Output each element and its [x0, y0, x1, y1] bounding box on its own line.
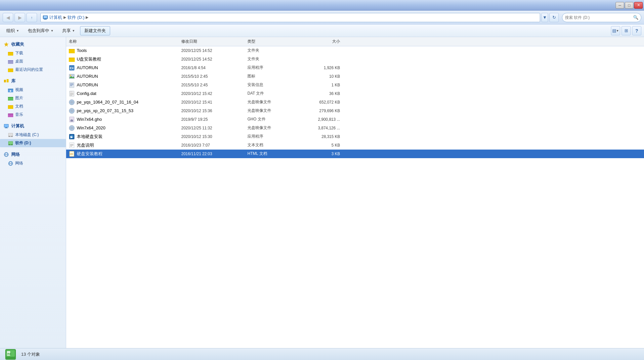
- file-date: 2020/10/12 15:42: [181, 91, 247, 96]
- col-type-header[interactable]: 类型: [247, 39, 300, 44]
- view-arrow: ▼: [616, 29, 619, 32]
- maximize-button[interactable]: □: [625, 2, 633, 9]
- breadcrumb[interactable]: 计算机 ▶ 软件 (D:) ▶: [40, 13, 540, 22]
- table-row[interactable]: ▶ 本地硬盘安装 2020/10/12 15:30 应用程序 28,315 KB: [66, 132, 644, 141]
- close-button[interactable]: ✕: [634, 2, 643, 9]
- address-refresh[interactable]: ↻: [549, 13, 559, 22]
- table-row[interactable]: pe_yqs_xp_20_07_31_15_53 2020/10/12 15:3…: [66, 107, 644, 115]
- table-row[interactable]: U盘安装教程 2020/12/25 14:52 文件夹: [66, 55, 644, 64]
- file-rows-container: Tools 2020/12/25 14:52 文件夹 U盘安装教程 2020/1…: [66, 46, 644, 158]
- share-button[interactable]: 共享 ▼: [59, 26, 79, 35]
- sidebar-item-music-label: 音乐: [15, 112, 23, 117]
- file-icon: [69, 56, 75, 62]
- table-row[interactable]: 光盘说明 2016/10/23 7:07 文本文档 5 KB: [66, 141, 644, 150]
- svg-rect-9: [8, 61, 13, 64]
- sidebar-item-video[interactable]: 视频: [0, 86, 66, 94]
- table-row[interactable]: AUTORUN 2015/5/10 2:45 安装信息 1 KB: [66, 81, 644, 89]
- file-date: 2020/10/12 15:41: [181, 100, 247, 105]
- sidebar-item-drive-c[interactable]: 本地磁盘 (C:): [0, 131, 66, 139]
- table-row[interactable]: Config.dat 2020/10/12 15:42 DAT 文件 36 KB: [66, 89, 644, 98]
- sidebar-item-video-label: 视频: [15, 87, 23, 93]
- col-date-header[interactable]: 修改日期: [181, 39, 247, 44]
- file-name-label: 光盘说明: [77, 142, 94, 148]
- table-row[interactable]: </> 硬盘安装教程 2016/11/21 22:03 HTML 文档 3 KB: [66, 150, 644, 158]
- file-name-cell: pe_yqs_xp_20_07_31_15_53: [69, 108, 181, 114]
- col-date-label: 修改日期: [181, 39, 197, 44]
- forward-button[interactable]: ▶: [15, 13, 25, 22]
- sidebar-item-drive-d-label: 软件 (D:): [15, 140, 31, 146]
- file-icon: [69, 116, 75, 122]
- svg-rect-3: [44, 19, 47, 20]
- col-name-header[interactable]: 名称: [69, 39, 181, 44]
- sidebar-item-music[interactable]: 音乐: [0, 111, 66, 119]
- breadcrumb-drive[interactable]: 软件 (D:): [67, 15, 84, 21]
- svg-rect-24: [4, 124, 8, 127]
- col-type-label: 类型: [247, 39, 255, 44]
- organize-button[interactable]: 组织 ▼: [3, 26, 23, 35]
- sidebar-item-download[interactable]: 下载: [0, 49, 66, 57]
- sidebar-header-network[interactable]: 网络: [0, 150, 66, 159]
- minimize-button[interactable]: ─: [616, 2, 624, 9]
- sidebar-item-drive-d[interactable]: 软件 (D:): [0, 139, 66, 147]
- svg-rect-1: [44, 16, 47, 18]
- file-name-label: pe_yqs_1064_20_07_31_16_04: [77, 100, 139, 105]
- file-icon: </>: [69, 151, 75, 157]
- file-type: 应用程序: [247, 134, 300, 139]
- breadcrumb-computer[interactable]: 计算机: [49, 15, 62, 21]
- sidebar-favorites-label: 收藏夹: [11, 41, 24, 47]
- help-button[interactable]: ?: [632, 26, 641, 35]
- table-row[interactable]: Win7x64_2020 2020/12/25 11:32 光盘映像文件 3,8…: [66, 124, 644, 132]
- computer-icon: [43, 15, 48, 20]
- file-type: DAT 文件: [247, 91, 300, 96]
- titlebar-buttons: ─ □ ✕: [616, 2, 643, 9]
- breadcrumb-sep-2: ▶: [86, 15, 88, 20]
- file-icon: EX: [69, 65, 75, 71]
- search-input[interactable]: [565, 15, 632, 20]
- address-dropdown[interactable]: ▼: [541, 13, 548, 22]
- sidebar: 收藏夹 下载 桌面: [0, 37, 66, 348]
- svg-point-50: [70, 75, 71, 76]
- col-size-header[interactable]: 大小: [300, 39, 340, 44]
- back-button[interactable]: ◀: [3, 13, 13, 22]
- file-name-label: Win7x64_2020: [77, 125, 106, 130]
- file-icon: [69, 91, 75, 97]
- table-row[interactable]: AUTORUN 2015/5/10 2:45 图标 10 KB: [66, 72, 644, 81]
- sidebar-header-libraries[interactable]: 库: [0, 76, 66, 86]
- svg-rect-22: [8, 114, 13, 117]
- table-row[interactable]: Win7x64.gho 2019/9/7 19:25 GHO 文件 2,900,…: [66, 115, 644, 124]
- svg-point-30: [12, 136, 13, 137]
- view-button[interactable]: ▤ ▼: [611, 26, 620, 35]
- file-type: 图标: [247, 73, 300, 79]
- file-name-cell: Win7x64.gho: [69, 116, 181, 122]
- sidebar-header-computer[interactable]: 计算机: [0, 121, 66, 131]
- status-app-icon: RE: [4, 348, 17, 360]
- table-row[interactable]: pe_yqs_1064_20_07_31_16_04 2020/10/12 15…: [66, 98, 644, 107]
- file-name-label: U盘安装教程: [77, 56, 101, 62]
- svg-rect-6: [8, 53, 13, 56]
- svg-text:▶: ▶: [70, 135, 73, 139]
- file-name-label: AUTORUN: [77, 74, 98, 79]
- svg-rect-12: [4, 80, 6, 82]
- svg-rect-57: [70, 91, 72, 92]
- breadcrumb-label-computer: 计算机: [49, 15, 62, 21]
- up-button[interactable]: ↑: [26, 13, 37, 22]
- file-size: 28,315 KB: [300, 134, 340, 139]
- sidebar-item-recent[interactable]: 最近访问的位置: [0, 66, 66, 74]
- svg-rect-20: [8, 106, 13, 109]
- table-row[interactable]: EX AUTORUN 2016/1/8 4:54 应用程序 1,926 KB: [66, 64, 644, 72]
- file-size: 3 KB: [300, 152, 340, 156]
- sidebar-item-document[interactable]: 文档: [0, 102, 66, 111]
- include-button[interactable]: 包含到库中 ▼: [24, 26, 57, 35]
- table-row[interactable]: Tools 2020/12/25 14:52 文件夹: [66, 46, 644, 55]
- navbar: ◀ ▶ ↑ 计算机 ▶ 软件 (D:) ▶ ▼ ↻: [0, 11, 644, 24]
- sidebar-item-picture[interactable]: 图片: [0, 94, 66, 102]
- new-folder-button[interactable]: 新建文件夹: [80, 26, 110, 35]
- svg-text:EX: EX: [70, 67, 74, 70]
- preview-button[interactable]: ⊞: [622, 26, 631, 35]
- file-date: 2016/11/21 22:03: [181, 152, 247, 156]
- sidebar-header-favorites[interactable]: 收藏夹: [0, 40, 66, 49]
- file-type: 光盘映像文件: [247, 108, 300, 113]
- sidebar-item-network[interactable]: 网络: [0, 159, 66, 167]
- sidebar-item-desktop[interactable]: 桌面: [0, 57, 66, 66]
- share-label: 共享: [62, 28, 71, 34]
